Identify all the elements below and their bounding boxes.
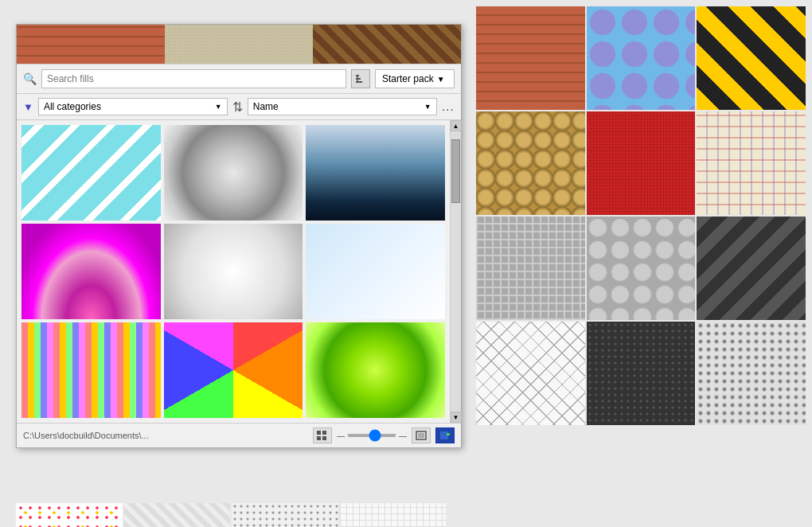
- grid-area: ▲ ▼: [17, 120, 461, 423]
- grid-view-icon: [317, 431, 328, 440]
- svg-rect-7: [317, 436, 321, 440]
- scroll-down-button[interactable]: ▼: [451, 412, 462, 423]
- svg-rect-8: [322, 436, 326, 440]
- preview-sand: [165, 25, 313, 64]
- fills-grid: [17, 120, 450, 423]
- grid-view-button[interactable]: [313, 427, 332, 443]
- size-slider[interactable]: [348, 434, 396, 437]
- bottom-strip-item[interactable]: [16, 503, 123, 527]
- sort-label: Name: [253, 101, 279, 112]
- search-icon: 🔍: [23, 72, 37, 85]
- fit-view-button[interactable]: [412, 427, 431, 443]
- fill-item-light-blue[interactable]: [306, 224, 445, 319]
- sort-dropdown-button[interactable]: Name ▼: [248, 98, 437, 115]
- tile-yellow-black[interactable]: [697, 6, 806, 110]
- fill-item-radial-metal[interactable]: [164, 125, 303, 221]
- svg-rect-0: [356, 75, 359, 76]
- pack-dropdown-arrow: ▼: [437, 75, 445, 84]
- filter-icon: ▼: [23, 101, 33, 113]
- fill-item-blue-gradient[interactable]: [306, 125, 445, 221]
- tile-brick[interactable]: [476, 6, 585, 110]
- bottom-preview-strip: [16, 503, 446, 527]
- search-toolbar: 🔍 Starter pack ▼: [17, 64, 461, 94]
- tile-dark-stripes[interactable]: [697, 217, 806, 320]
- top-preview-strip: [17, 25, 461, 64]
- category-dropdown-button[interactable]: All categories ▼: [38, 98, 228, 115]
- slider-max-icon: —: [399, 431, 407, 440]
- fill-item-cyan-stripes[interactable]: [21, 125, 161, 221]
- bottom-strip-item[interactable]: [340, 503, 447, 527]
- bottom-bar: C:\Users\docbuild\Documents\... — —: [17, 423, 461, 447]
- pack-dropdown-button[interactable]: Starter pack ▼: [375, 69, 455, 88]
- fit-view-icon: [416, 431, 427, 440]
- size-slider-wrap: — —: [337, 431, 407, 440]
- scroll-up-button[interactable]: ▲: [451, 120, 462, 131]
- add-fill-icon: +: [439, 431, 451, 440]
- category-dropdown-arrow: ▼: [215, 103, 222, 111]
- svg-rect-5: [317, 431, 321, 435]
- sort-arrows-icon: ⇅: [232, 100, 243, 115]
- tile-bw-dots[interactable]: [697, 322, 806, 425]
- fill-item-white-gradient[interactable]: [164, 224, 303, 319]
- tile-diamond-grid[interactable]: [476, 322, 585, 425]
- sort-tree-button[interactable]: [351, 69, 370, 88]
- bottom-strip-item[interactable]: [232, 503, 338, 527]
- bottom-icons: — — +: [313, 427, 455, 443]
- tile-retro-pattern[interactable]: [697, 111, 806, 215]
- filter-bar: ▼ All categories ▼ ⇅ Name ▼ ...: [17, 94, 461, 120]
- preview-brick: [17, 25, 165, 64]
- tile-dark-texture[interactable]: [587, 322, 696, 425]
- scroll-track[interactable]: [451, 131, 461, 412]
- svg-rect-10: [418, 433, 424, 438]
- search-input[interactable]: [41, 69, 346, 88]
- fill-item-colorful-stripes[interactable]: [21, 322, 161, 418]
- tile-blue-dots[interactable]: [587, 6, 696, 110]
- sort-dropdown-arrow: ▼: [424, 103, 431, 111]
- scrollbar: ▲ ▼: [450, 120, 461, 423]
- tile-gray-grid[interactable]: [476, 217, 585, 320]
- slider-min-icon: —: [337, 431, 345, 440]
- scroll-thumb[interactable]: [451, 139, 460, 203]
- add-fill-button[interactable]: +: [435, 427, 455, 443]
- tile-red-carpet[interactable]: [587, 111, 696, 215]
- category-label: All categories: [44, 101, 101, 112]
- tile-gray-circles[interactable]: [587, 217, 696, 320]
- path-text: C:\Users\docbuild\Documents\...: [23, 431, 306, 440]
- fill-item-green-circles[interactable]: [306, 322, 445, 418]
- pack-label: Starter pack: [382, 73, 434, 84]
- svg-rect-6: [322, 431, 326, 435]
- sort-tree-icon: [355, 73, 366, 84]
- fill-item-pink-star[interactable]: [21, 224, 161, 319]
- svg-rect-1: [356, 78, 361, 80]
- fills-panel: 🔍 Starter pack ▼ ▼ All categories ▼ ⇅ Na…: [16, 24, 462, 448]
- tile-gold-bumps[interactable]: [476, 111, 585, 215]
- preview-brown: [313, 25, 461, 64]
- fill-item-colorful-pie[interactable]: [164, 322, 303, 418]
- svg-rect-2: [356, 81, 362, 83]
- bottom-strip-item[interactable]: [124, 503, 231, 527]
- right-tiles-area: [470, 0, 812, 527]
- more-options-button[interactable]: ...: [442, 100, 455, 114]
